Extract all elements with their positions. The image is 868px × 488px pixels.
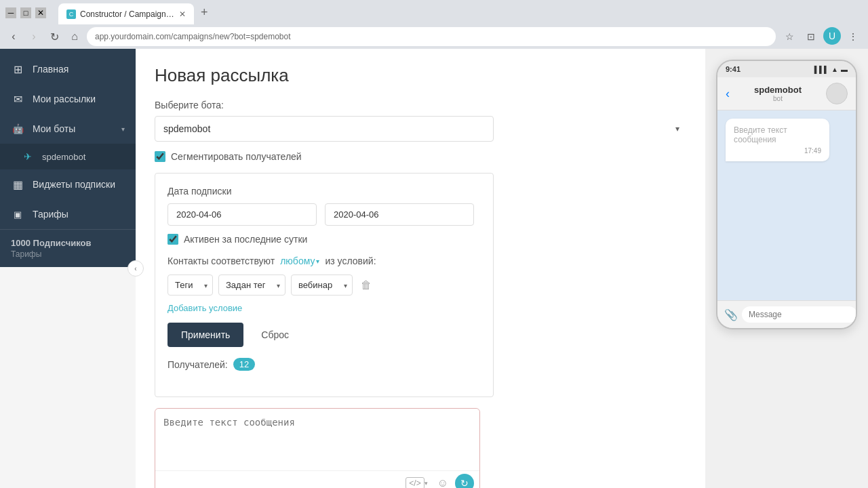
- close-button[interactable]: ✕: [35, 7, 46, 18]
- phone-bot-info: spdemobot bot: [735, 85, 821, 102]
- message-textarea[interactable]: [155, 409, 479, 468]
- sidebar-pricing-label: Тарифы: [33, 209, 68, 220]
- add-condition-link[interactable]: Добавить условие: [167, 303, 242, 313]
- footer-pricing[interactable]: Тарифы: [11, 249, 125, 259]
- sidebar-item-widgets[interactable]: ▦ Виджеты подписки: [0, 169, 136, 199]
- condition-field-select[interactable]: Теги: [167, 274, 213, 296]
- recipients-label: Получателей:: [167, 359, 228, 370]
- sidebar-item-home[interactable]: ⊞ Главная: [0, 54, 136, 84]
- profile-button[interactable]: U: [823, 27, 841, 45]
- send-button[interactable]: ↻: [455, 474, 474, 488]
- bot-select[interactable]: spdemobot: [155, 116, 494, 142]
- maximize-button[interactable]: □: [20, 7, 31, 18]
- active-label[interactable]: Активен за последние сутки: [184, 234, 307, 245]
- sidebar-item-broadcasts[interactable]: ✉ Мои рассылки: [0, 84, 136, 114]
- date-to-input[interactable]: [325, 203, 474, 226]
- sidebar-spdemobot-label: spdemobot: [42, 152, 85, 162]
- bot-select-label: Выберите бота:: [155, 100, 686, 110]
- contacts-match-value: любому: [280, 256, 315, 266]
- sidebar-bots-label: Мои боты: [33, 123, 75, 134]
- active-tab[interactable]: C Constructor / Campaigns / Mess... ✕: [58, 3, 194, 25]
- contacts-from: из условий:: [325, 256, 376, 266]
- date-from-input[interactable]: [167, 203, 317, 226]
- main-content: Новая рассылка Выберите бота: spdemobot …: [136, 49, 705, 488]
- phone-back-icon[interactable]: ‹: [726, 87, 730, 101]
- sidebar-broadcasts-label: Мои рассылки: [33, 94, 96, 104]
- browser-chrome: ─ □ ✕ C Constructor / Campaigns / Mess..…: [0, 0, 868, 49]
- condition-operator-select[interactable]: Задан тег: [218, 274, 285, 296]
- app-container: ⊞ Главная ✉ Мои рассылки 🤖 Мои боты ▾ ✈ …: [0, 49, 868, 488]
- browser-tabs: C Constructor / Campaigns / Mess... ✕ +: [53, 1, 863, 25]
- new-tab-button[interactable]: +: [194, 1, 215, 24]
- widget-icon: ▦: [11, 178, 24, 191]
- forward-nav-button[interactable]: ›: [26, 28, 42, 45]
- apply-button[interactable]: Применить: [167, 323, 243, 347]
- sidebar-widgets-label: Виджеты подписки: [33, 179, 115, 190]
- home-nav-button[interactable]: ⌂: [66, 28, 83, 45]
- condition-value-select[interactable]: вебинар: [291, 274, 353, 296]
- sidebar-collapse-button[interactable]: ‹: [127, 260, 144, 277]
- emoji-toolbar-button[interactable]: ☺: [435, 476, 451, 488]
- phone-avatar: [826, 83, 848, 104]
- action-buttons: Применить Сброс: [167, 323, 481, 347]
- sidebar-item-bots[interactable]: 🤖 Мои боты ▾: [0, 114, 136, 144]
- menu-button[interactable]: ⋮: [844, 27, 863, 46]
- phone-header: ‹ spdemobot bot: [717, 77, 856, 110]
- bot-select-wrapper: spdemobot ▾: [155, 116, 686, 142]
- segment-checkbox-row: Сегментировать получателей: [155, 151, 686, 162]
- delete-condition-button[interactable]: 🗑: [358, 277, 374, 294]
- segment-checkbox[interactable]: [155, 151, 165, 162]
- refresh-icon: ↻: [460, 478, 469, 488]
- segment-label[interactable]: Сегментировать получателей: [171, 151, 302, 162]
- minimize-button[interactable]: ─: [5, 7, 16, 18]
- contacts-label: Контакты соответствуют: [167, 256, 275, 266]
- message-textarea-wrapper: [155, 409, 479, 470]
- reload-button[interactable]: ↻: [46, 28, 62, 45]
- tab-title: Constructor / Campaigns / Mess...: [80, 9, 175, 19]
- bot-select-arrow-icon: ▾: [675, 124, 679, 134]
- extension-button[interactable]: ⊡: [802, 27, 821, 46]
- recipients-count-badge: 12: [233, 358, 255, 371]
- sidebar-footer: 1000 Подписчиков Тарифы: [0, 229, 136, 267]
- window-controls: ─ □ ✕: [5, 7, 46, 18]
- phone-bot-name: spdemobot: [735, 85, 821, 95]
- phone-status-icons: ▌▌▌ ▲ ▬: [814, 66, 848, 73]
- browser-titlebar: ─ □ ✕ C Constructor / Campaigns / Mess..…: [0, 0, 868, 24]
- back-nav-button[interactable]: ‹: [5, 28, 22, 45]
- contacts-match-button[interactable]: любому ▾: [280, 256, 319, 266]
- phone-message-bubble: Введите текст сообщения 17:49: [726, 119, 829, 161]
- page-title: Новая рассылка: [155, 65, 686, 86]
- footer-subscribers: 1000 Подписчиков: [11, 238, 125, 248]
- sidebar-wrapper: ⊞ Главная ✉ Мои рассылки 🤖 Мои боты ▾ ✈ …: [0, 49, 136, 488]
- sidebar-nav: ⊞ Главная ✉ Мои рассылки 🤖 Мои боты ▾ ✈ …: [0, 49, 136, 229]
- code-toolbar-button[interactable]: </> ▾: [403, 476, 430, 488]
- sidebar-item-pricing[interactable]: ▣ Тарифы: [0, 199, 136, 229]
- telegram-icon: ✈: [22, 150, 34, 163]
- battery-icon: ▬: [841, 66, 848, 73]
- phone-message-text: Введите текст сообщения: [734, 125, 821, 144]
- sidebar-item-spdemobot[interactable]: ✈ spdemobot: [0, 144, 136, 169]
- signal-icon: ▌▌▌: [814, 66, 829, 73]
- wifi-icon: ▲: [831, 66, 838, 73]
- bots-icon: 🤖: [11, 122, 24, 136]
- browser-addressbar: ‹ › ↻ ⌂ app.yourdomain.com/campaigns/new…: [0, 24, 868, 49]
- segment-box: Дата подписки Активен за последние сутки…: [155, 173, 494, 397]
- phone-mockup: 9:41 ▌▌▌ ▲ ▬ ‹ spdemobot bot: [716, 60, 857, 329]
- reset-button[interactable]: Сброс: [250, 323, 300, 347]
- message-box: </> ▾ ☺ ↻ + Добавить кнопку: [155, 408, 480, 488]
- phone-message-input[interactable]: [742, 306, 857, 323]
- broadcast-icon: ✉: [11, 92, 24, 106]
- toolbar-arrow-icon: ▾: [425, 480, 428, 487]
- tab-close-button[interactable]: ✕: [179, 9, 186, 19]
- code-icon: </>: [406, 477, 424, 488]
- sidebar-home-label: Главная: [33, 64, 68, 75]
- date-inputs: [167, 203, 481, 226]
- bookmark-button[interactable]: ☆: [780, 27, 799, 46]
- recipients-row: Получателей: 12: [167, 358, 481, 371]
- contacts-match-arrow-icon: ▾: [316, 258, 319, 265]
- active-checkbox[interactable]: [167, 234, 178, 245]
- pricing-icon: ▣: [11, 207, 24, 221]
- phone-time: 9:41: [726, 65, 741, 73]
- address-bar[interactable]: app.yourdomain.com/campaigns/new?bot=spd…: [87, 27, 776, 46]
- date-section-label: Дата подписки: [167, 186, 481, 197]
